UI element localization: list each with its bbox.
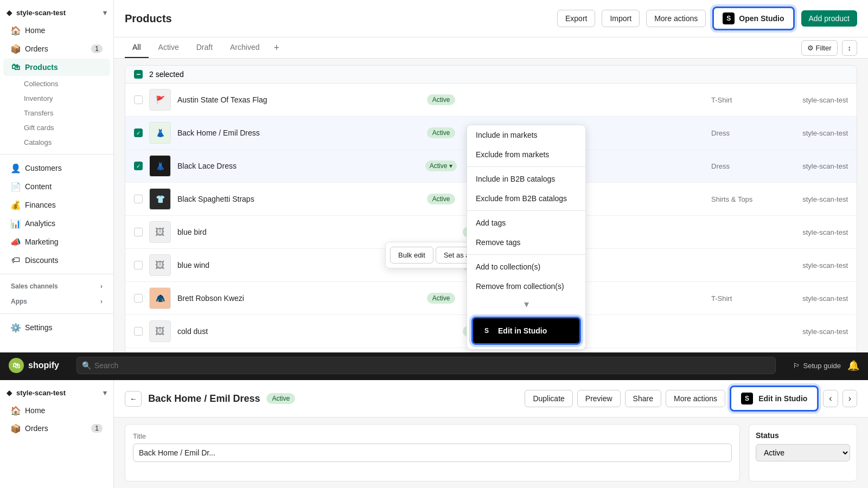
search-input[interactable] bbox=[76, 357, 776, 374]
dropdown-item-include-b2b[interactable]: Include in B2B catalogs bbox=[467, 169, 585, 189]
product-vendor-3: style-scan-test bbox=[783, 162, 848, 170]
dropdown-item-exclude-markets[interactable]: Exclude from markets bbox=[467, 145, 585, 164]
apps-header[interactable]: Apps › bbox=[3, 294, 110, 309]
studio-logo-dropdown-icon: S bbox=[481, 325, 493, 337]
tab-active[interactable]: Active bbox=[151, 37, 187, 58]
bulk-edit-button[interactable]: Bulk edit bbox=[390, 247, 433, 264]
product-type-2: Dress bbox=[711, 129, 776, 137]
sidebar-item-label: Home bbox=[25, 26, 45, 35]
prev-product-button[interactable]: ‹ bbox=[823, 390, 838, 407]
orders-badge: 1 bbox=[91, 424, 103, 433]
bottom-more-actions-button[interactable]: More actions bbox=[666, 390, 725, 407]
sidebar-sub-catalogs[interactable]: Catalogs bbox=[3, 136, 110, 149]
tab-archived[interactable]: Archived bbox=[222, 37, 267, 58]
status-select[interactable]: Active Draft Archived bbox=[756, 444, 850, 461]
next-product-button[interactable]: › bbox=[843, 390, 857, 407]
more-actions-button[interactable]: More actions bbox=[646, 10, 706, 27]
import-button[interactable]: Import bbox=[602, 10, 640, 27]
store-name: style-scan-test bbox=[16, 9, 66, 17]
sidebar-item-label: Content bbox=[25, 182, 52, 191]
open-studio-button[interactable]: S Open Studio bbox=[712, 7, 794, 30]
sidebar-item-finances[interactable]: 💰 Finances bbox=[3, 196, 110, 214]
sidebar-item-label: Settings bbox=[25, 323, 53, 332]
filter-button[interactable]: ⚙ Filter bbox=[801, 40, 838, 56]
row-checkbox-7[interactable] bbox=[134, 294, 143, 303]
orders-badge: 1 bbox=[91, 44, 103, 53]
share-button[interactable]: Share bbox=[625, 390, 661, 407]
add-product-button[interactable]: Add product bbox=[801, 10, 858, 27]
dropdown-item-add-tags[interactable]: Add tags bbox=[467, 213, 585, 233]
product-name-7: Brett Robson Kwezi bbox=[177, 294, 420, 303]
product-title-field-section: Title bbox=[125, 424, 740, 481]
row-checkbox-2[interactable]: ✓ bbox=[134, 129, 143, 137]
product-type-1: T-Shirt bbox=[711, 96, 776, 104]
dropdown-item-remove-collection[interactable]: Remove from collection(s) bbox=[467, 277, 585, 296]
notification-icon[interactable]: 🔔 bbox=[847, 359, 859, 371]
select-all-checkbox[interactable]: − bbox=[134, 70, 143, 79]
bottom-sidebar-orders[interactable]: 📦 Orders 1 bbox=[3, 420, 110, 437]
sidebar-sub-giftcards[interactable]: Gift cards bbox=[3, 121, 110, 134]
row-checkbox-1[interactable] bbox=[134, 95, 143, 104]
marketing-icon: 📣 bbox=[11, 237, 21, 247]
bottom-product-status: Active bbox=[266, 393, 295, 404]
context-dropdown: Include in markets Exclude from markets … bbox=[467, 125, 586, 350]
discounts-icon: 🏷 bbox=[11, 255, 21, 265]
bottom-sidebar-home[interactable]: 🏠 Home bbox=[3, 402, 110, 419]
row-checkbox-3[interactable]: ✓ bbox=[134, 162, 143, 170]
dropdown-item-include-markets[interactable]: Include in markets bbox=[467, 125, 585, 145]
dropdown-item-exclude-b2b[interactable]: Exclude from B2B catalogs bbox=[467, 189, 585, 208]
tab-all[interactable]: All bbox=[125, 37, 149, 58]
back-button[interactable]: ← bbox=[125, 391, 142, 407]
preview-button[interactable]: Preview bbox=[577, 390, 621, 407]
sidebar-item-home[interactable]: 🏠 Home bbox=[3, 22, 110, 39]
setup-guide-link[interactable]: 🏳 Setup guide bbox=[793, 362, 841, 370]
chevron-right-icon: › bbox=[100, 282, 103, 290]
store-selector[interactable]: ◆ style-scan-test ▾ bbox=[0, 4, 113, 21]
product-type-3: Dress bbox=[711, 162, 776, 170]
sidebar-sub-collections[interactable]: Collections bbox=[3, 77, 110, 91]
sidebar-item-analytics[interactable]: 📊 Analytics bbox=[3, 215, 110, 232]
row-checkbox-8[interactable] bbox=[134, 327, 143, 336]
sidebar-item-products[interactable]: 🛍 Products bbox=[3, 59, 110, 76]
row-checkbox-6[interactable] bbox=[134, 261, 143, 269]
edit-in-studio-dropdown-label: Edit in Studio bbox=[498, 326, 547, 335]
sidebar-item-discounts[interactable]: 🏷 Discounts bbox=[3, 252, 110, 269]
sidebar-sub-inventory[interactable]: Inventory bbox=[3, 92, 110, 105]
product-vendor-6: style-scan-test bbox=[783, 261, 848, 269]
dropdown-item-remove-tags[interactable]: Remove tags bbox=[467, 233, 585, 252]
tab-draft[interactable]: Draft bbox=[189, 37, 220, 58]
sort-icon: ↕ bbox=[848, 44, 852, 52]
sidebar-item-label: Orders bbox=[25, 424, 48, 433]
duplicate-button[interactable]: Duplicate bbox=[525, 390, 572, 407]
sidebar-item-orders[interactable]: 📦 Orders 1 bbox=[3, 40, 110, 57]
edit-in-studio-bottom-button[interactable]: S Edit in Studio bbox=[730, 386, 819, 412]
row-checkbox-5[interactable] bbox=[134, 228, 143, 236]
product-thumbnail-8: 🖼 bbox=[149, 320, 171, 342]
product-vendor-5: style-scan-test bbox=[783, 228, 848, 236]
product-type-7: T-Shirt bbox=[711, 294, 776, 303]
sales-channels-header[interactable]: Sales channels › bbox=[3, 279, 110, 293]
edit-in-studio-dropdown-button[interactable]: S Edit in Studio bbox=[471, 317, 581, 345]
chevron-down-icon: ▾ bbox=[103, 9, 107, 17]
sidebar-sub-transfers[interactable]: Transfers bbox=[3, 106, 110, 120]
table-row[interactable]: 🚩 Austin State Of Texas Flag Active T-Sh… bbox=[125, 84, 857, 117]
studio-logo-icon: S bbox=[723, 12, 735, 24]
sidebar-item-marketing[interactable]: 📣 Marketing bbox=[3, 233, 110, 251]
sort-button[interactable]: ↕ bbox=[842, 40, 858, 56]
export-button[interactable]: Export bbox=[557, 10, 595, 27]
sidebar-item-settings[interactable]: ⚙️ Settings bbox=[3, 319, 110, 336]
bottom-product-actions: Duplicate Preview Share More actions S E… bbox=[525, 386, 857, 412]
dropdown-scroll-area: Include in markets Exclude from markets … bbox=[467, 125, 585, 312]
search-icon: 🔍 bbox=[82, 361, 91, 370]
status-badge-3[interactable]: Active ▾ bbox=[425, 160, 457, 171]
sidebar-item-label: Products bbox=[25, 63, 58, 72]
row-checkbox-4[interactable] bbox=[134, 195, 143, 203]
sidebar: ◆ style-scan-test ▾ 🏠 Home 📦 Orders 1 🛍 … bbox=[0, 0, 114, 352]
dropdown-item-add-collection[interactable]: Add to collection(s) bbox=[467, 257, 585, 277]
sidebar-item-label: Home bbox=[25, 406, 45, 415]
add-tab-button[interactable]: + bbox=[270, 38, 284, 58]
title-input[interactable] bbox=[133, 444, 732, 462]
sidebar-item-customers[interactable]: 👤 Customers bbox=[3, 159, 110, 177]
bottom-store-selector[interactable]: ◆ style-scan-test ▾ bbox=[0, 384, 113, 401]
sidebar-item-content[interactable]: 📄 Content bbox=[3, 178, 110, 195]
